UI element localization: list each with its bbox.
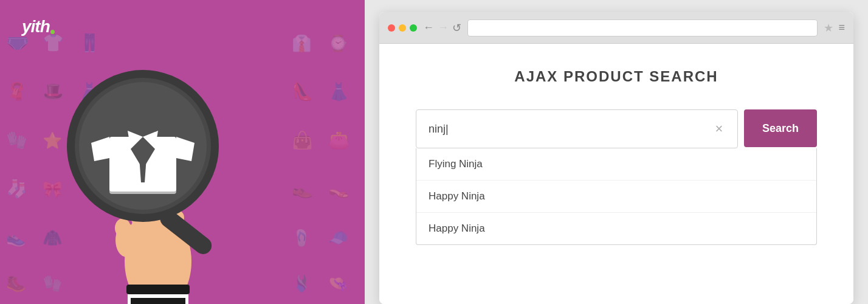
address-bar[interactable] — [467, 19, 818, 36]
svg-rect-34 — [131, 298, 185, 304]
svg-text:👠: 👠 — [292, 81, 313, 102]
svg-text:👒: 👒 — [328, 274, 348, 293]
browser-content: AJAX PRODUCT SEARCH × Search Flying Ninj… — [379, 44, 853, 304]
svg-text:👜: 👜 — [292, 130, 313, 150]
browser-actions: ★ ≡ — [824, 21, 845, 35]
browser-traffic-lights — [388, 24, 417, 32]
svg-text:🧦: 🧦 — [6, 179, 27, 199]
svg-text:🩱: 🩱 — [292, 274, 312, 293]
svg-text:👗: 👗 — [328, 81, 350, 102]
dropdown-item[interactable]: Happy Ninja — [416, 181, 816, 213]
search-input-wrapper: × — [416, 109, 738, 148]
svg-point-36 — [115, 218, 131, 238]
maximize-dot[interactable] — [410, 24, 417, 32]
svg-text:🩴: 🩴 — [292, 228, 312, 247]
back-icon[interactable]: ← — [423, 21, 434, 34]
svg-text:👞: 👞 — [292, 179, 313, 199]
svg-text:🧤: 🧤 — [6, 130, 27, 150]
svg-text:🥾: 🥾 — [6, 274, 26, 293]
search-dropdown: Flying Ninja Happy Ninja Happy Ninja — [416, 148, 817, 245]
search-input[interactable] — [416, 110, 737, 148]
search-row: × Search — [416, 109, 817, 148]
menu-icon[interactable]: ≡ — [838, 21, 845, 35]
page-title: AJAX PRODUCT SEARCH — [514, 68, 718, 85]
minimize-dot[interactable] — [399, 24, 406, 32]
browser-window: ← → ↺ ★ ≡ AJAX PRODUCT SEARCH × Search — [379, 12, 853, 304]
forward-icon[interactable]: → — [438, 21, 449, 34]
svg-text:🧢: 🧢 — [328, 228, 348, 247]
svg-text:⌚: ⌚ — [328, 33, 348, 53]
left-panel: yith 🩲 👕 👖 👔 ⌚ 🧣 🎩 👗 👠 👗 🧤 ⭐ 👜 👛 — [0, 0, 365, 304]
right-panel: ← → ↺ ★ ≡ AJAX PRODUCT SEARCH × Search — [365, 0, 868, 304]
close-dot[interactable] — [388, 24, 395, 32]
svg-text:👟: 👟 — [6, 228, 26, 247]
svg-text:🧣: 🧣 — [6, 81, 27, 102]
bookmark-icon[interactable]: ★ — [824, 21, 833, 35]
svg-marker-48 — [137, 146, 149, 152]
dropdown-item[interactable]: Flying Ninja — [416, 148, 816, 181]
clear-button[interactable]: × — [711, 120, 728, 137]
svg-rect-49 — [109, 185, 176, 194]
svg-text:👡: 👡 — [328, 179, 350, 199]
dropdown-item[interactable]: Happy Ninja — [416, 213, 816, 244]
browser-toolbar: ← → ↺ ★ ≡ — [379, 12, 853, 44]
svg-text:👔: 👔 — [292, 33, 312, 53]
refresh-icon[interactable]: ↺ — [452, 21, 461, 35]
svg-rect-33 — [126, 285, 190, 294]
hero-illustration — [36, 30, 280, 304]
browser-nav: ← → ↺ — [423, 21, 461, 35]
search-button[interactable]: Search — [744, 109, 817, 147]
svg-text:👛: 👛 — [328, 130, 350, 150]
